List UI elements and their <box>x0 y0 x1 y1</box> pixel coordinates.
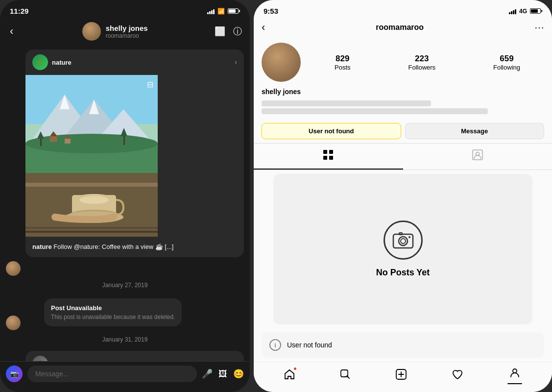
nav-profile-underline <box>507 383 522 384</box>
post-image-container: ⊟ <box>25 75 158 239</box>
nav-heart[interactable] <box>452 368 463 383</box>
emoji-icon[interactable]: 😊 <box>233 368 244 379</box>
following-stat[interactable]: 659 Following <box>493 54 520 71</box>
battery-icon-right <box>530 8 542 14</box>
time-left: 11:29 <box>10 7 28 15</box>
nature-name: nature <box>52 59 72 66</box>
add-icon <box>395 368 407 383</box>
home-icon <box>284 368 295 383</box>
svg-point-34 <box>399 237 408 245</box>
post-caption: nature Follow @nature: Coffee with a vie… <box>25 239 244 257</box>
following-count: 659 <box>500 54 513 64</box>
banner-text: User not found <box>287 341 332 349</box>
camera-button[interactable]: 📷 <box>6 366 23 382</box>
profile-display-name: shelly jones <box>254 86 552 98</box>
svg-rect-13 <box>40 139 42 146</box>
back-button-right[interactable]: ‹ <box>262 21 265 34</box>
svg-rect-28 <box>329 150 333 154</box>
battery-icon-left <box>228 8 240 14</box>
nav-profile[interactable] <box>507 367 522 384</box>
svg-rect-30 <box>329 156 333 160</box>
svg-rect-11 <box>65 139 71 144</box>
posts-area: No Posts Yet <box>273 174 532 324</box>
microphone-icon[interactable]: 🎤 <box>202 368 213 379</box>
bio-line-2 <box>262 108 488 114</box>
profile-avatar <box>262 43 301 82</box>
input-icons: 🎤 🖼 😊 <box>202 368 244 379</box>
following-label: Following <box>493 64 520 71</box>
nav-home-dot <box>294 368 296 370</box>
grid-icon <box>323 149 334 163</box>
shared-account-awesomelife[interactable]: 🏔 awesomelife.style › <box>25 351 244 361</box>
chevron-right-icon: › <box>235 58 237 67</box>
more-button[interactable]: ⋯ <box>534 22 544 33</box>
awesomelife-row: 🏔 awesomelife.style › <box>25 351 244 361</box>
nav-add[interactable] <box>395 368 407 383</box>
shared-post-header: 🌿 nature › <box>25 49 244 75</box>
time-right: 9:53 <box>264 7 278 15</box>
awesomelife-avatar: 🏔 <box>32 356 48 361</box>
profile-tabs <box>254 143 552 170</box>
svg-rect-27 <box>323 150 327 154</box>
svg-rect-9 <box>50 136 57 142</box>
messages-panel: 11:29 📶 ‹ shelly jones <box>0 0 250 392</box>
wifi-icon-left: 📶 <box>217 8 225 15</box>
tab-grid[interactable] <box>254 144 403 170</box>
unavailable-msg-row: Post Unavailable This post is unavailabl… <box>6 294 244 330</box>
info-icon[interactable]: ⓘ <box>233 25 242 37</box>
header-handle: roomamaroo <box>106 32 148 39</box>
posts-count: 829 <box>336 54 349 64</box>
message-input[interactable]: Message... <box>27 366 197 382</box>
status-bar-left: 11:29 📶 <box>0 0 250 19</box>
photo-icon[interactable]: 🖼 <box>218 369 227 379</box>
search-icon <box>339 368 351 383</box>
reply-avatar-2 <box>6 316 21 330</box>
avatar-left[interactable] <box>82 22 101 41</box>
no-posts-text: No Posts Yet <box>376 268 430 278</box>
header-icons: ⬜ ⓘ <box>215 25 242 37</box>
signal-icon-left <box>207 8 215 14</box>
status-icons-right: 4G <box>509 8 542 15</box>
unavailable-text: This post is unavailable because it was … <box>51 314 175 320</box>
message-input-area: 📷 Message... 🎤 🖼 😊 <box>0 361 250 392</box>
header-user-row: shelly jones roomamaroo <box>82 22 148 41</box>
unavailable-title: Post Unavailable <box>51 304 175 312</box>
tab-tagged[interactable] <box>403 144 552 170</box>
status-bar-right: 9:53 4G <box>254 0 552 19</box>
back-button-left[interactable]: ‹ <box>8 23 15 40</box>
svg-rect-15 <box>123 136 125 145</box>
messages-content: 🌿 nature › <box>0 46 250 361</box>
screencast-icon[interactable]: ⬜ <box>215 26 225 37</box>
svg-point-8 <box>25 134 158 153</box>
nav-home[interactable] <box>284 368 295 383</box>
message-button[interactable]: Message <box>405 123 545 139</box>
date-divider-2: January 31, 2019 <box>6 332 244 347</box>
profile-icon <box>509 367 521 382</box>
unavailable-message: Post Unavailable This post is unavailabl… <box>44 298 182 326</box>
nav-search[interactable] <box>339 368 351 383</box>
profile-stats: 829 Posts 223 Followers 659 Following <box>311 54 544 71</box>
svg-rect-25 <box>25 231 158 233</box>
person-tag-icon <box>472 149 483 164</box>
info-circle-icon: i <box>269 339 281 351</box>
heart-icon <box>452 368 463 383</box>
svg-text:⊟: ⊟ <box>147 80 153 89</box>
svg-rect-24 <box>25 227 158 229</box>
reply-row-1 <box>6 261 244 276</box>
instagram-profile-panel: 9:53 4G ‹ roomamaroo ⋯ 82 <box>254 0 552 392</box>
no-posts-container: No Posts Yet <box>376 220 430 278</box>
profile-header: ‹ roomamaroo ⋯ <box>254 19 552 39</box>
svg-point-23 <box>79 196 109 204</box>
svg-point-35 <box>401 239 406 244</box>
caption-text: Follow @nature: Coffee with a view ☕ [..… <box>53 243 173 250</box>
followers-stat[interactable]: 223 Followers <box>408 54 435 71</box>
reply-avatar-1 <box>6 261 21 276</box>
profile-username: roomamaroo <box>376 23 424 32</box>
date-divider-1: January 27, 2019 <box>6 278 244 293</box>
shared-post-info: 🌿 nature <box>32 54 72 70</box>
user-not-found-button[interactable]: User not found <box>262 123 401 139</box>
shared-post-nature[interactable]: 🌿 nature › <box>25 49 244 257</box>
network-type: 4G <box>519 8 527 15</box>
user-not-found-banner: i User not found <box>262 332 544 358</box>
svg-point-40 <box>513 369 517 373</box>
